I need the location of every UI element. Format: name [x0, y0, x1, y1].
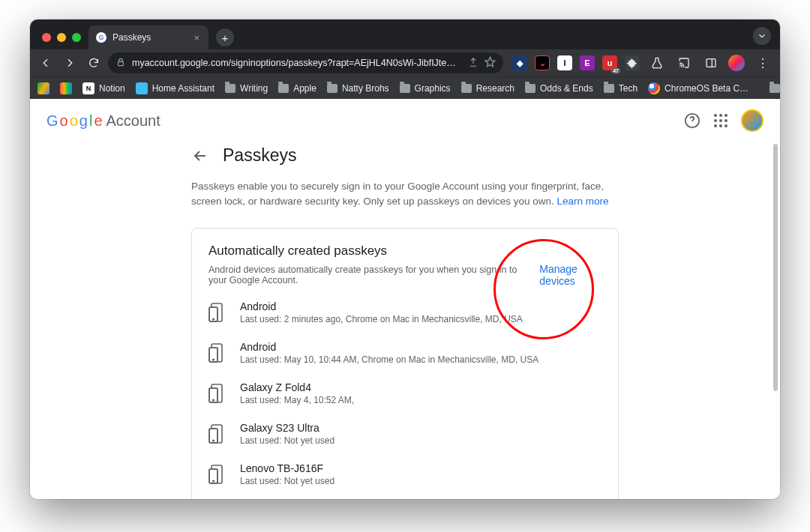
- tab-overflow-button[interactable]: [753, 27, 771, 45]
- bookmark-folder-writing[interactable]: Writing: [225, 83, 268, 94]
- google-account-logo[interactable]: Google Account: [46, 112, 160, 130]
- minimize-window-button[interactable]: [57, 33, 66, 42]
- apps-grid-icon[interactable]: [712, 112, 729, 129]
- svg-rect-0: [118, 61, 124, 65]
- extension-instapaper-icon[interactable]: I: [557, 55, 572, 70]
- window-controls: [39, 33, 88, 49]
- folder-icon: [400, 84, 410, 93]
- maximize-window-button[interactable]: [72, 33, 81, 42]
- back-button[interactable]: [36, 53, 56, 73]
- bookmark-folder-graphics[interactable]: Graphics: [400, 83, 451, 94]
- scrollbar[interactable]: [773, 144, 778, 391]
- svg-point-6: [213, 318, 214, 320]
- svg-rect-1: [706, 59, 716, 67]
- labs-icon[interactable]: [647, 53, 667, 73]
- extension-ublock-icon[interactable]: u: [602, 55, 617, 70]
- passkeys-card: Automatically created passkeys Android d…: [191, 228, 619, 500]
- close-window-button[interactable]: [42, 33, 51, 42]
- site-info-icon[interactable]: [116, 57, 126, 70]
- bookmark-star-icon[interactable]: [484, 56, 496, 70]
- bookmark-folder-apple[interactable]: Apple: [278, 83, 316, 94]
- device-row[interactable]: Galaxy Z Fold4Last used: May 4, 10:52 AM…: [208, 381, 602, 405]
- svg-point-22: [213, 480, 214, 482]
- bookmark-chromeos[interactable]: ChromeOS Beta C…: [648, 82, 748, 94]
- bookmark-drive[interactable]: [38, 82, 50, 94]
- device-info: AndroidLast used: May 10, 10:44 AM, Chro…: [240, 341, 538, 365]
- folder-icon: [461, 84, 472, 93]
- device-name: Galaxy Z Fold4: [240, 381, 354, 393]
- bookmark-label: Writing: [240, 83, 268, 94]
- account-avatar[interactable]: [741, 109, 764, 132]
- bookmark-home-assistant[interactable]: Home Assistant: [136, 82, 214, 94]
- bookmark-label: Home Assistant: [152, 83, 214, 94]
- extension-e-icon[interactable]: E: [580, 55, 595, 70]
- device-meta: Last used: 2 minutes ago, Chrome on Mac …: [240, 314, 523, 324]
- intro-text: Passkeys enable you to securely sign in …: [191, 179, 619, 210]
- cast-icon[interactable]: [674, 53, 694, 73]
- back-arrow-button[interactable]: [191, 147, 209, 165]
- device-row[interactable]: AndroidLast used: 2 minutes ago, Chrome …: [208, 300, 602, 324]
- device-name: Galaxy S23 Ultra: [240, 422, 334, 434]
- tab-strip: G Passkeys × +: [30, 19, 780, 49]
- bookmark-notion[interactable]: NNotion: [82, 82, 125, 94]
- share-icon[interactable]: [468, 57, 478, 70]
- folder-icon: [225, 84, 236, 93]
- page-header: Passkeys: [191, 145, 619, 166]
- bookmark-rainbow[interactable]: [60, 82, 72, 94]
- device-meta: Last used: Not yet used: [240, 476, 334, 486]
- folder-icon: [604, 84, 614, 93]
- manage-devices-link[interactable]: Manage devices: [539, 263, 602, 287]
- bookmark-label: Research: [476, 83, 514, 94]
- device-icon: [208, 302, 226, 323]
- profile-avatar[interactable]: [728, 55, 745, 71]
- device-row[interactable]: AndroidLast used: May 10, 10:44 AM, Chro…: [208, 341, 602, 365]
- browser-tab[interactable]: G Passkeys ×: [88, 25, 208, 49]
- card-subtitle-row: Android devices automatically create pas…: [208, 263, 602, 287]
- device-name: Android: [240, 300, 523, 312]
- extension-pocket-icon[interactable]: ⌄: [535, 55, 550, 70]
- page-title: Passkeys: [223, 145, 296, 166]
- device-name: Android: [240, 341, 538, 353]
- close-tab-button[interactable]: ×: [192, 32, 201, 43]
- bookmark-label: Apple: [293, 83, 316, 94]
- card-subtitle: Android devices automatically create pas…: [208, 265, 533, 285]
- intro-body: Passkeys enable you to securely sign in …: [191, 181, 604, 207]
- bookmark-label: Graphics: [415, 83, 451, 94]
- bookmark-folder-natty[interactable]: Natty Brohs: [327, 83, 389, 94]
- bookmark-folder-research[interactable]: Research: [461, 83, 514, 94]
- toolbar: myaccount.google.com/signinoptions/passk…: [30, 49, 780, 76]
- device-row[interactable]: Lenovo TB-J616FLast used: Not yet used: [208, 462, 602, 486]
- app-bar: Google Account: [30, 99, 780, 142]
- other-bookmarks[interactable]: Other Bookmarks: [770, 83, 780, 94]
- bookmark-label: ChromeOS Beta C…: [664, 83, 748, 94]
- device-icon: [208, 342, 226, 363]
- bookmark-folder-tech[interactable]: Tech: [604, 83, 638, 94]
- help-icon[interactable]: [684, 112, 700, 129]
- bookmark-label: Odds & Ends: [540, 83, 593, 94]
- device-icon: [208, 423, 226, 444]
- device-row[interactable]: Galaxy S23 UltraLast used: Not yet used: [208, 422, 602, 446]
- bookmark-label: Notion: [99, 83, 125, 94]
- device-info: Galaxy Z Fold4Last used: May 4, 10:52 AM…: [240, 381, 354, 405]
- tab-title: Passkeys: [112, 32, 186, 43]
- reload-button[interactable]: [84, 53, 104, 73]
- device-icon: [208, 464, 226, 485]
- extensions-menu-button[interactable]: [625, 55, 640, 70]
- bookmark-folder-odds[interactable]: Odds & Ends: [525, 83, 593, 94]
- extension-bitwarden-icon[interactable]: ◆: [512, 55, 527, 70]
- browser-menu-button[interactable]: ⋮: [752, 56, 774, 70]
- device-info: AndroidLast used: 2 minutes ago, Chrome …: [240, 300, 523, 324]
- svg-point-14: [213, 399, 214, 401]
- bookmarks-bar: NNotion Home Assistant Writing Apple Nat…: [30, 76, 780, 99]
- account-text: Account: [106, 112, 160, 130]
- address-bar[interactable]: myaccount.google.com/signinoptions/passk…: [108, 52, 503, 73]
- page-content: Google Account Passkeys Pa: [30, 99, 780, 499]
- folder-icon: [327, 84, 338, 93]
- browser-chrome: G Passkeys × + myaccount.google.com/sign…: [30, 19, 780, 99]
- svg-point-18: [213, 440, 214, 441]
- new-tab-button[interactable]: +: [216, 28, 234, 46]
- forward-button[interactable]: [60, 53, 80, 73]
- device-meta: Last used: May 4, 10:52 AM,: [240, 395, 354, 405]
- learn-more-link[interactable]: Learn more: [557, 196, 609, 207]
- side-panel-icon[interactable]: [701, 53, 721, 73]
